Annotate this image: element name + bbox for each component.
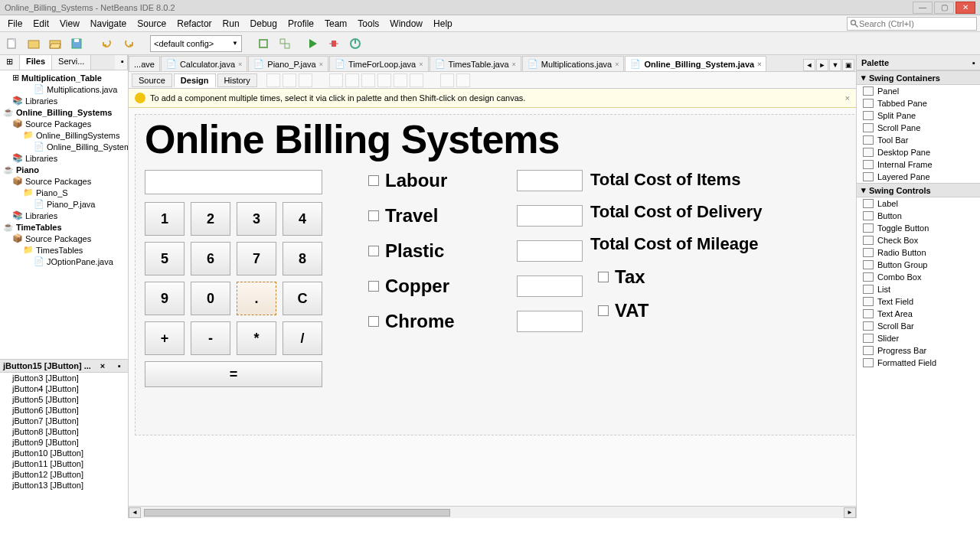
tree-node[interactable]: 📁 Piano_S <box>2 187 126 198</box>
form-title-label[interactable]: Online Billing Systems <box>145 116 856 162</box>
key-7[interactable]: 7 <box>237 242 276 276</box>
tab-scroll-left[interactable]: ◄ <box>803 59 815 71</box>
align-bottom-button[interactable] <box>410 73 423 87</box>
menu-team[interactable]: Team <box>320 17 351 31</box>
field-copper[interactable] <box>517 276 583 297</box>
tree-node[interactable]: ☕ Piano <box>2 164 126 175</box>
align-middle-button[interactable] <box>394 73 407 87</box>
key-4[interactable]: 4 <box>283 202 322 236</box>
palette-min-icon[interactable]: ▪ <box>972 58 975 67</box>
config-dropdown[interactable]: <default config>▼ <box>150 35 242 52</box>
palette-item[interactable]: Label <box>857 197 980 210</box>
tree-node[interactable]: 📦 Source Packages <box>2 233 126 244</box>
label-total-delivery[interactable]: Total Cost of Delivery <box>590 202 812 222</box>
close-tab-icon[interactable]: × <box>319 60 323 68</box>
new-project-button[interactable] <box>24 34 43 53</box>
label-travel[interactable]: Travel <box>385 205 438 227</box>
palette-item[interactable]: Panel <box>857 85 980 97</box>
tree-node[interactable]: 📦 Source Packages <box>2 118 126 129</box>
palette-item[interactable]: Button <box>857 210 980 222</box>
label-tax[interactable]: Tax <box>615 266 645 288</box>
label-vat[interactable]: VAT <box>615 300 648 321</box>
tree-node[interactable]: ☕ Online_Billing_Systems <box>2 106 126 118</box>
navigator-item[interactable]: jButton8 [JButton] <box>0 426 128 437</box>
scroll-right-button[interactable]: ► <box>844 507 856 518</box>
project-tree[interactable]: ⊞ Multiplication_Table 📄 Multiplications… <box>0 70 128 359</box>
close-tab-icon[interactable]: × <box>512 60 516 68</box>
close-tab-icon[interactable]: × <box>757 60 761 68</box>
tree-node[interactable]: 📚 Libraries <box>2 210 126 221</box>
palette-item[interactable]: Internal Frame <box>857 158 980 171</box>
navigator-list[interactable]: jButton3 [JButton] jButton4 [JButton] jB… <box>0 373 128 518</box>
key-8[interactable]: 8 <box>283 242 322 276</box>
palette-item[interactable]: Tabbed Pane <box>857 97 980 109</box>
field-labour[interactable] <box>517 170 583 191</box>
tree-node[interactable]: 📄 Online_Billing_System <box>2 141 126 152</box>
checkbox-tax[interactable] <box>598 272 609 282</box>
profile-button[interactable] <box>346 34 364 53</box>
palette-category-containers[interactable]: ▾ Swing Containers <box>857 70 980 85</box>
maximize-button[interactable]: ▢ <box>934 2 954 14</box>
tree-node[interactable]: 📄 JOptionPane.java <box>2 256 126 267</box>
undo-button[interactable] <box>98 34 116 53</box>
tab-projects[interactable]: ⊞ <box>0 55 20 70</box>
navigator-close-icon[interactable]: × <box>97 361 108 370</box>
clean-build-button[interactable] <box>276 34 294 53</box>
key-9[interactable]: 9 <box>145 282 185 315</box>
key-6[interactable]: 6 <box>191 242 230 276</box>
menu-navigate[interactable]: Navigate <box>86 17 131 31</box>
tab-files[interactable]: Files <box>20 55 52 70</box>
align-left-button[interactable] <box>329 73 343 87</box>
checkbox-vat[interactable] <box>598 305 609 316</box>
key-1[interactable]: 1 <box>145 202 185 236</box>
palette-item[interactable]: Formatted Field <box>857 357 980 369</box>
selection-mode-button[interactable] <box>266 73 280 87</box>
editor-tab[interactable]: 📄Calculator.java× <box>161 56 247 71</box>
close-tab-icon[interactable]: × <box>238 60 242 68</box>
palette-item[interactable]: Combo Box <box>857 271 980 283</box>
calculator-panel[interactable]: 1 2 3 4 5 6 7 8 9 0 . C + <box>145 170 328 395</box>
checkbox-plastic[interactable] <box>368 246 379 256</box>
navigator-min-icon[interactable]: ▪ <box>114 361 125 370</box>
navigator-item[interactable]: jButton9 [JButton] <box>0 437 128 448</box>
editor-tab[interactable]: 📄Multiplications.java× <box>522 56 625 71</box>
palette-item[interactable]: Check Box <box>857 234 980 246</box>
new-file-button[interactable] <box>3 34 21 53</box>
palette-item[interactable]: Text Area <box>857 308 980 320</box>
scroll-thumb[interactable] <box>144 509 450 517</box>
menu-profile[interactable]: Profile <box>283 17 318 31</box>
menu-edit[interactable]: Edit <box>28 17 54 31</box>
open-project-button[interactable] <box>46 34 64 53</box>
key-minus[interactable]: - <box>191 321 230 355</box>
navigator-item[interactable]: jButton3 [JButton] <box>0 373 128 383</box>
tab-source[interactable]: Source <box>132 73 172 87</box>
editor-tab-active[interactable]: 📄Online_Billing_System.java× <box>625 56 766 71</box>
minimize-button[interactable]: — <box>913 2 933 14</box>
search-input[interactable] <box>859 19 974 28</box>
close-button[interactable]: ✕ <box>956 2 975 14</box>
design-canvas[interactable]: Online Billing Systems 1 2 3 4 5 6 7 8 <box>129 108 856 506</box>
scroll-left-button[interactable]: ◄ <box>129 507 141 518</box>
palette-item[interactable]: List <box>857 283 980 295</box>
menu-help[interactable]: Help <box>429 17 457 31</box>
editor-tab[interactable]: ...ave <box>129 56 160 71</box>
tab-maximize-button[interactable]: ▣ <box>842 59 854 71</box>
align-right-button[interactable] <box>361 73 375 87</box>
close-tab-icon[interactable]: × <box>419 60 423 68</box>
key-2[interactable]: 2 <box>191 202 230 236</box>
navigator-item[interactable]: jButton6 [JButton] <box>0 405 128 416</box>
tab-design[interactable]: Design <box>174 73 216 87</box>
redo-button[interactable] <box>119 34 138 53</box>
key-0[interactable]: 0 <box>191 282 230 315</box>
tree-node[interactable]: ⊞ Multiplication_Table <box>2 72 126 83</box>
quick-search[interactable] <box>847 17 977 31</box>
palette-item[interactable]: Text Field <box>857 295 980 308</box>
checkbox-travel[interactable] <box>368 210 379 221</box>
debug-button[interactable] <box>325 34 343 53</box>
navigator-item[interactable]: jButton11 [JButton] <box>0 458 128 469</box>
field-travel[interactable] <box>517 205 583 227</box>
key-dot[interactable]: . <box>237 282 276 315</box>
navigator-item[interactable]: jButton13 [JButton] <box>0 480 128 491</box>
tree-node[interactable]: 📄 Multiplications.java <box>2 83 126 95</box>
navigator-item[interactable]: jButton4 [JButton] <box>0 383 128 394</box>
